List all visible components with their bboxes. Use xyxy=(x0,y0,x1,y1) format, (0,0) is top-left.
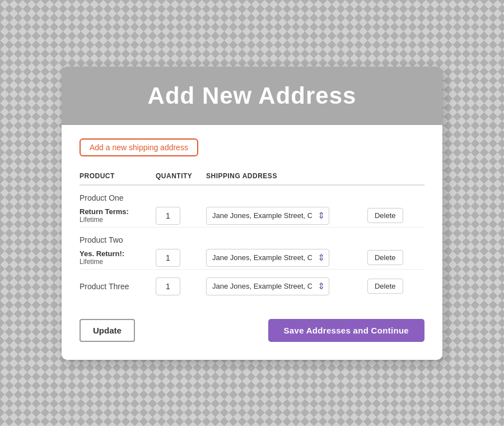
term-label-two: Yes. Return!: xyxy=(80,249,156,258)
delete-button-three[interactable]: Delete xyxy=(367,279,403,294)
col-shipping-address: SHIPPING ADDRESS xyxy=(206,168,363,185)
term-sub-two: Lifetime xyxy=(80,258,156,266)
products-table: PRODUCT QUANTITY SHIPPING ADDRESS Produc… xyxy=(80,168,424,303)
table-row: Yes. Return!: Lifetime Jane Jones, Examp… xyxy=(80,247,424,269)
save-addresses-button[interactable]: Save Addresses and Continue xyxy=(268,319,424,342)
page-title: Add New Address xyxy=(78,82,426,109)
delete-button-one[interactable]: Delete xyxy=(367,208,403,223)
term-sub-one: Lifetime xyxy=(80,216,156,224)
address-select-wrapper-three: Jane Jones, Example Street, City, CA ⇕ xyxy=(206,277,329,295)
table-row: Product Three Jane Jones, Example Street… xyxy=(80,269,424,303)
add-shipping-address-button[interactable]: Add a new shipping address xyxy=(80,138,198,156)
address-select-two[interactable]: Jane Jones, Example Street, City, CA xyxy=(206,249,329,267)
address-select-wrapper-two: Jane Jones, Example Street, City, CA ⇕ xyxy=(206,249,329,267)
card-header: Add New Address xyxy=(62,67,442,125)
product-one-name: Product One xyxy=(80,193,124,202)
card-body: Add a new shipping address PRODUCT QUANT… xyxy=(62,125,442,360)
footer-actions: Update Save Addresses and Continue xyxy=(80,319,424,342)
product-two-name: Product Two xyxy=(80,235,123,244)
address-select-wrapper-one: Jane Jones, Example Street, City, CA ⇕ xyxy=(206,207,329,225)
address-select-three[interactable]: Jane Jones, Example Street, City, CA xyxy=(206,277,329,295)
col-actions xyxy=(363,168,424,185)
quantity-input-two[interactable] xyxy=(156,249,180,267)
term-label-one: Return Terms: xyxy=(80,207,156,216)
update-button[interactable]: Update xyxy=(80,319,135,342)
table-row: Return Terms: Lifetime Jane Jones, Examp… xyxy=(80,205,424,227)
table-row: Product Two xyxy=(80,227,424,247)
quantity-input-three[interactable] xyxy=(156,277,180,295)
delete-button-two[interactable]: Delete xyxy=(367,250,403,265)
address-select-one[interactable]: Jane Jones, Example Street, City, CA xyxy=(206,207,329,225)
table-row: Product One xyxy=(80,185,424,205)
quantity-input-one[interactable] xyxy=(156,207,180,225)
product-three-name: Product Three xyxy=(80,282,129,291)
col-quantity: QUANTITY xyxy=(156,168,206,185)
main-card: Add New Address Add a new shipping addre… xyxy=(62,67,442,360)
col-product: PRODUCT xyxy=(80,168,156,185)
